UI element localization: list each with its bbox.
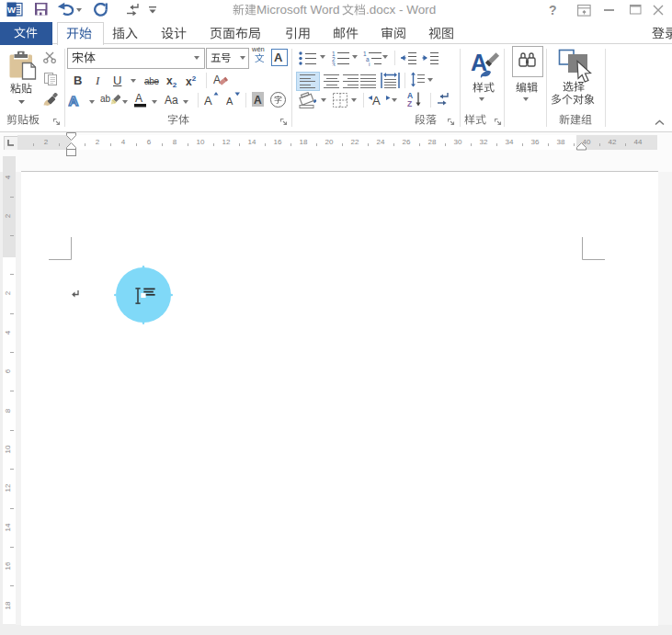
- svg-text:A: A: [372, 94, 381, 108]
- svg-text:A: A: [204, 94, 212, 107]
- svg-text:A: A: [226, 96, 233, 107]
- svg-text:W: W: [7, 5, 16, 15]
- svg-text:3: 3: [332, 62, 336, 66]
- svg-text:A: A: [213, 74, 221, 86]
- svg-text:i: i: [369, 62, 370, 66]
- svg-text:Z: Z: [407, 99, 412, 108]
- svg-text:A: A: [471, 50, 487, 75]
- svg-text:A: A: [135, 92, 142, 105]
- svg-text:A: A: [69, 93, 79, 108]
- svg-text:ab: ab: [100, 94, 111, 104]
